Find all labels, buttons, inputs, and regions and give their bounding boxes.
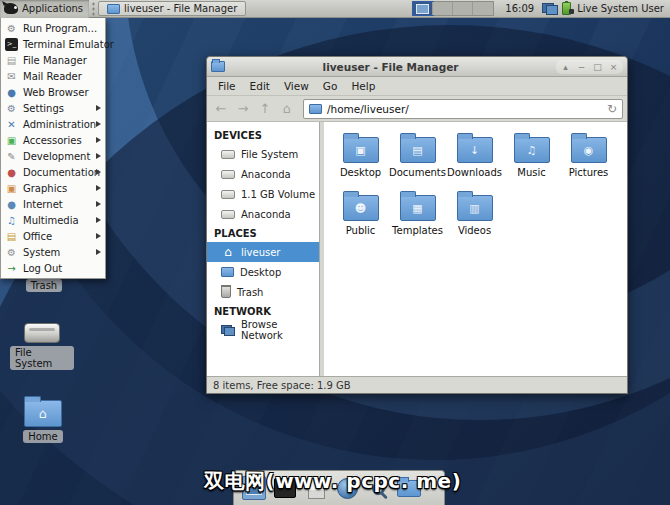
home-glyph: ⌂ bbox=[39, 407, 47, 420]
workspace-3[interactable] bbox=[453, 2, 473, 15]
section-places: PLACES bbox=[207, 224, 319, 242]
sidebar-item-anaconda-2[interactable]: Anaconda bbox=[207, 204, 319, 224]
path-bar[interactable]: /home/liveuser/ ↻ bbox=[303, 99, 623, 119]
refresh-icon[interactable]: ↻ bbox=[607, 102, 617, 116]
internet-icon: ● bbox=[5, 198, 18, 211]
tools-icon: ✕ bbox=[5, 118, 18, 131]
window-controls: ▴ − □ × bbox=[556, 60, 623, 74]
home-icon: ⌂ bbox=[221, 246, 235, 258]
sidebar-item-volume[interactable]: 1.1 GB Volume bbox=[207, 184, 319, 204]
home-button[interactable]: ⌂ bbox=[277, 99, 297, 119]
folder-videos[interactable]: ▥ Videos bbox=[446, 190, 503, 236]
desktop-icon-label: Home bbox=[23, 430, 63, 443]
music-emblem-icon: ♫ bbox=[527, 145, 537, 156]
taskbar-window-button[interactable]: liveuser - File Manager bbox=[98, 1, 246, 16]
folder-icon bbox=[107, 4, 120, 14]
sidebar-item-anaconda-1[interactable]: Anaconda bbox=[207, 164, 319, 184]
forward-button[interactable]: → bbox=[233, 99, 253, 119]
documents-emblem-icon: ▤ bbox=[412, 145, 422, 156]
menu-item-settings[interactable]: ⚙ Settings bbox=[1, 100, 105, 116]
folder-templates[interactable]: ▦ Templates bbox=[389, 190, 446, 236]
workspace-1[interactable] bbox=[413, 2, 433, 15]
menu-item-log-out[interactable]: → Log Out bbox=[1, 260, 105, 276]
submenu-arrow-icon bbox=[96, 233, 101, 239]
shade-button[interactable]: ▴ bbox=[559, 60, 572, 74]
menu-view[interactable]: View bbox=[277, 80, 316, 92]
workspace-2[interactable] bbox=[433, 2, 453, 15]
folder-pictures[interactable]: ◉ Pictures bbox=[560, 132, 617, 178]
window-titlebar[interactable]: liveuser - File Manager ▴ − □ × bbox=[207, 57, 627, 77]
folder-icon bbox=[221, 267, 234, 277]
submenu-arrow-icon bbox=[96, 153, 101, 159]
battery-icon[interactable] bbox=[562, 2, 571, 15]
public-emblem-icon: ☻ bbox=[355, 203, 366, 214]
sidebar-item-browse-network[interactable]: Browse Network bbox=[207, 320, 319, 340]
folder-music[interactable]: ♫ Music bbox=[503, 132, 560, 178]
menu-item-administration[interactable]: ✕ Administration bbox=[1, 116, 105, 132]
folder-desktop[interactable]: ▣ Desktop bbox=[332, 132, 389, 178]
sidebar-item-file-system[interactable]: File System bbox=[207, 144, 319, 164]
maximize-button[interactable]: □ bbox=[591, 60, 604, 74]
desktop-icon-label: Trash bbox=[26, 279, 62, 292]
task-button-label: liveuser - File Manager bbox=[124, 3, 237, 14]
folder-downloads[interactable]: ↓ Downloads bbox=[446, 132, 503, 178]
network-icon bbox=[221, 325, 235, 336]
desktop-icon-home[interactable]: ⌂ Home bbox=[11, 400, 75, 443]
menu-edit[interactable]: Edit bbox=[243, 80, 277, 92]
folder-icon: ▥ bbox=[457, 195, 493, 221]
desktop-emblem-icon: ▣ bbox=[355, 145, 365, 156]
menu-item-development[interactable]: ✎ Development bbox=[1, 148, 105, 164]
menu-item-accessories[interactable]: ▣ Accessories bbox=[1, 132, 105, 148]
applications-menu: ⚙ Run Program... >_ Terminal Emulator ▤ … bbox=[0, 18, 106, 279]
folder-icon bbox=[309, 104, 322, 114]
menu-item-run-program[interactable]: ⚙ Run Program... bbox=[1, 20, 105, 36]
menu-item-mail-reader[interactable]: ✉ Mail Reader bbox=[1, 68, 105, 84]
menu-item-office[interactable]: ▤ Office bbox=[1, 228, 105, 244]
trash-icon bbox=[221, 286, 231, 298]
menu-item-file-manager[interactable]: ▤ File Manager bbox=[1, 52, 105, 68]
back-button[interactable]: ← bbox=[211, 99, 231, 119]
minimize-button[interactable]: − bbox=[575, 60, 588, 74]
folder-icon: ◉ bbox=[571, 137, 607, 163]
workspace-4[interactable] bbox=[473, 2, 493, 15]
multimedia-icon: ♫ bbox=[5, 214, 18, 227]
sidebar-item-liveuser[interactable]: ⌂ liveuser bbox=[207, 242, 319, 262]
documentation-icon: ● bbox=[5, 166, 18, 179]
window-body: DEVICES File System Anaconda 1.1 GB Volu… bbox=[207, 122, 627, 376]
hard-drive-icon bbox=[24, 323, 60, 343]
menu-go[interactable]: Go bbox=[316, 80, 345, 92]
session-user-label[interactable]: Live System User bbox=[577, 3, 664, 14]
folder-public[interactable]: ☻ Public bbox=[332, 190, 389, 236]
sidebar-item-desktop[interactable]: Desktop bbox=[207, 262, 319, 282]
menu-item-terminal-emulator[interactable]: >_ Terminal Emulator bbox=[1, 36, 105, 52]
applications-menu-button[interactable]: Applications bbox=[0, 0, 89, 18]
run-program-icon: ⚙ bbox=[5, 22, 18, 35]
submenu-arrow-icon bbox=[96, 105, 101, 111]
close-button[interactable]: × bbox=[607, 60, 620, 74]
workspace-switcher[interactable] bbox=[412, 1, 494, 16]
path-text[interactable]: /home/liveuser/ bbox=[327, 103, 602, 115]
network-icon[interactable] bbox=[542, 3, 558, 15]
folder-documents[interactable]: ▤ Documents bbox=[389, 132, 446, 178]
downloads-emblem-icon: ↓ bbox=[470, 145, 479, 156]
top-panel: Applications liveuser - File Manager 16:… bbox=[0, 0, 670, 18]
desktop-icon-file-system[interactable]: File System bbox=[10, 323, 74, 370]
menu-help[interactable]: Help bbox=[344, 80, 382, 92]
menu-item-multimedia[interactable]: ♫ Multimedia bbox=[1, 212, 105, 228]
xfce-logo-icon bbox=[4, 3, 18, 14]
submenu-arrow-icon bbox=[96, 137, 101, 143]
menu-item-web-browser[interactable]: ● Web Browser bbox=[1, 84, 105, 100]
drive-icon bbox=[221, 150, 235, 159]
menu-file[interactable]: File bbox=[211, 80, 243, 92]
submenu-arrow-icon bbox=[96, 201, 101, 207]
watermark-text: 双电网(www. pcpc. me) bbox=[204, 468, 461, 495]
menu-item-documentation[interactable]: ● Documentation bbox=[1, 164, 105, 180]
menu-item-system[interactable]: ⚙ System bbox=[1, 244, 105, 260]
section-devices: DEVICES bbox=[207, 126, 319, 144]
folder-icon: ▦ bbox=[400, 195, 436, 221]
menu-item-internet[interactable]: ● Internet bbox=[1, 196, 105, 212]
panel-clock[interactable]: 16:09 bbox=[505, 3, 534, 14]
menu-item-graphics[interactable]: ▣ Graphics bbox=[1, 180, 105, 196]
sidebar-item-trash[interactable]: Trash bbox=[207, 282, 319, 302]
up-button[interactable]: ↑ bbox=[255, 99, 275, 119]
